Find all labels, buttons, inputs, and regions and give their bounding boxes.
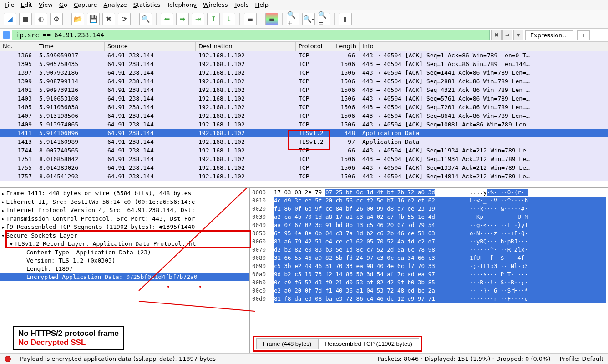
go-forward-icon[interactable]: ➡ bbox=[176, 13, 189, 25]
details-version[interactable]: Version: TLS 1.2 (0x0303) bbox=[0, 257, 249, 265]
packet-row[interactable]: 14015.90973912664.91.238.144192.168.1.10… bbox=[0, 86, 608, 94]
details-ssl[interactable]: Secure Sockets Layer bbox=[0, 232, 249, 240]
hex-row[interactable]: 00d081 f8 da e3 08 ba e3 72 86 c4 46 dc … bbox=[250, 295, 608, 303]
tab-frame-bytes[interactable]: Frame (448 bytes) bbox=[256, 338, 318, 349]
bookmark-icon[interactable] bbox=[3, 31, 10, 39]
capture-restart-icon[interactable]: ◐ bbox=[35, 13, 47, 25]
capture-start-icon[interactable]: ◢ bbox=[4, 13, 16, 25]
resize-columns-icon[interactable]: ⫼ bbox=[339, 13, 352, 25]
col-header-protocol[interactable]: Protocol bbox=[296, 42, 332, 51]
col-header-destination[interactable]: Destination bbox=[196, 42, 296, 51]
status-payload-text: Payload is encrypted application data (s… bbox=[20, 355, 216, 362]
hex-row[interactable]: 0070d2 b2 82 e0 83 b3 5e 1d 8c c7 52 2d … bbox=[250, 246, 608, 254]
auto-scroll-icon[interactable]: ≡ bbox=[244, 13, 257, 25]
packet-row[interactable]: 17448.00774056564.91.238.144192.168.1.10… bbox=[0, 146, 608, 155]
capture-stop-icon[interactable]: ■ bbox=[19, 13, 32, 25]
hex-row[interactable]: 0030a2 ca 4b 70 1d a8 17 a1 c3 a4 02 c7 … bbox=[250, 213, 608, 221]
hex-row[interactable]: 0090c5 3b e2 49 46 31 70 33 ea 98 40 4e … bbox=[250, 262, 608, 270]
menu-analyze[interactable]: Analyze bbox=[104, 1, 127, 8]
menu-file[interactable]: File bbox=[5, 1, 15, 8]
packet-row[interactable]: 17558.01438302664.91.238.144192.168.1.10… bbox=[0, 163, 608, 172]
expression-button[interactable]: Expression… bbox=[525, 30, 573, 40]
packet-list-pane[interactable]: No. Time Source Destination Protocol Len… bbox=[0, 42, 608, 188]
add-filter-button[interactable]: + bbox=[577, 30, 590, 40]
annotation-line1: No HTTPS/2 protocol frame bbox=[18, 329, 119, 338]
details-ip[interactable]: Internet Protocol Version 4, Src: 64.91.… bbox=[0, 206, 249, 215]
go-back-icon[interactable]: ⬅ bbox=[161, 13, 173, 25]
col-header-no[interactable]: No. bbox=[0, 42, 36, 51]
capture-options-icon[interactable]: ⚙ bbox=[50, 13, 63, 25]
hex-row[interactable]: 00506f 95 4e 8e 0b 04 c3 7a 1d b2 c6 2b … bbox=[250, 229, 608, 238]
col-header-length[interactable]: Length bbox=[332, 42, 360, 51]
filter-dropdown-icon[interactable]: ▾ bbox=[513, 30, 523, 40]
packet-row[interactable]: 13665.59905991764.91.238.144192.168.1.10… bbox=[0, 51, 608, 60]
hex-row[interactable]: 00a09d b2 c5 10 73 f2 14 86 50 3d 54 af … bbox=[250, 270, 608, 278]
col-header-info[interactable]: Info bbox=[360, 42, 608, 51]
colorize-icon[interactable]: ≡ bbox=[265, 13, 278, 25]
hex-row[interactable]: 000017 03 03 2e 79 07 25 bf 0c 1d 4f bf … bbox=[250, 188, 608, 197]
hex-row[interactable]: 00b00c c9 f6 52 d3 f9 21 d0 53 af 82 42 … bbox=[250, 278, 608, 287]
zoom-reset-icon[interactable]: 🔍= bbox=[318, 13, 330, 25]
hex-row[interactable]: 0020f1 86 0f 6b 9f cc 84 bf 26 00 99 d8 … bbox=[250, 205, 608, 213]
reload-icon[interactable]: ⟳ bbox=[118, 13, 131, 25]
details-length[interactable]: Length: 11897 bbox=[0, 265, 249, 273]
hex-row[interactable]: 008031 66 55 46 a9 82 5b fd 24 97 c3 0c … bbox=[250, 254, 608, 262]
annotation-text-box: No HTTPS/2 protocol frame No Decrypted S… bbox=[13, 326, 124, 350]
save-file-icon[interactable]: 💾 bbox=[87, 13, 100, 25]
go-last-icon[interactable]: ⤓ bbox=[223, 13, 235, 25]
hex-row[interactable]: 006083 a6 79 42 51 e4 ce c3 62 05 70 52 … bbox=[250, 238, 608, 246]
filter-bar: ✖ ➡ ▾ Expression… + bbox=[0, 29, 608, 42]
tab-reassembled-tcp[interactable]: Reassembled TCP (11902 bytes) bbox=[318, 338, 419, 349]
zoom-out-icon[interactable]: 🔍- bbox=[302, 13, 315, 25]
menu-tools[interactable]: Tools bbox=[234, 1, 248, 8]
packet-row[interactable]: 14115.91410609664.91.238.144192.168.1.10… bbox=[0, 129, 608, 137]
expert-info-icon[interactable] bbox=[5, 356, 11, 362]
packet-row[interactable]: 13995.90879911464.91.238.144192.168.1.10… bbox=[0, 77, 608, 86]
details-frame[interactable]: Frame 1411: 448 bytes on wire (3584 bits… bbox=[0, 189, 249, 198]
menu-capture[interactable]: Capture bbox=[74, 1, 97, 8]
packet-row[interactable]: 14095.91397406564.91.238.144192.168.1.10… bbox=[0, 120, 608, 129]
packet-row[interactable]: 17518.01085804264.91.238.144192.168.1.10… bbox=[0, 155, 608, 163]
menu-view[interactable]: View bbox=[39, 1, 53, 8]
details-tls-record[interactable]: TLSv1.2 Record Layer: Application Data P… bbox=[0, 240, 249, 248]
details-content-type[interactable]: Content Type: Application Data (23) bbox=[0, 248, 249, 257]
close-file-icon[interactable]: ✖ bbox=[102, 13, 115, 25]
menu-help[interactable]: Help bbox=[255, 1, 269, 8]
menubar: File Edit View Go Capture Analyze Statis… bbox=[0, 0, 608, 10]
menu-statistics[interactable]: Statistics bbox=[133, 1, 160, 8]
packet-row[interactable]: 14035.91065310864.91.238.144192.168.1.10… bbox=[0, 94, 608, 103]
menu-go[interactable]: Go bbox=[59, 1, 67, 8]
zoom-in-icon[interactable]: 🔍+ bbox=[287, 13, 299, 25]
col-header-source[interactable]: Source bbox=[105, 42, 196, 51]
menu-telephony[interactable]: Telephony bbox=[167, 1, 197, 8]
display-filter-input[interactable] bbox=[12, 30, 490, 40]
middle-panes: Frame 1411: 448 bytes on wire (3584 bits… bbox=[0, 188, 608, 353]
apply-filter-icon[interactable]: ➡ bbox=[502, 30, 512, 40]
packet-row[interactable]: 14135.91416098964.91.238.144192.168.1.10… bbox=[0, 137, 608, 146]
hex-row[interactable]: 0040aa 07 67 02 3c 91 bd 8b 13 c5 46 20 … bbox=[250, 221, 608, 229]
details-ethernet[interactable]: Ethernet II, Src: BestItWo_56:14:c0 (00:… bbox=[0, 198, 249, 207]
packet-row[interactable]: 14075.91319850664.91.238.144192.168.1.10… bbox=[0, 111, 608, 120]
packet-row[interactable]: 13975.90793218664.91.238.144192.168.1.10… bbox=[0, 68, 608, 77]
find-icon[interactable]: 🔍 bbox=[139, 13, 152, 25]
status-profile[interactable]: Profile: Default bbox=[560, 355, 603, 362]
annotation-line2: No Decrypted SSL bbox=[18, 338, 119, 347]
details-tcp[interactable]: Transmission Control Protocol, Src Port:… bbox=[0, 215, 249, 223]
hex-row[interactable]: 00104c d9 3c ee 5f 20 cb 56 cc f2 5e b7 … bbox=[250, 197, 608, 205]
open-file-icon[interactable]: 📂 bbox=[71, 13, 84, 25]
col-header-time[interactable]: Time bbox=[36, 42, 105, 51]
details-encrypted-data[interactable]: Encrypted Application Data: 0725bf0c1d4f… bbox=[0, 273, 249, 281]
packet-row[interactable]: 14055.91103603864.91.238.144192.168.1.10… bbox=[0, 103, 608, 111]
packet-row[interactable]: 13955.90575843564.91.238.144192.168.1.10… bbox=[0, 60, 608, 68]
menu-edit[interactable]: Edit bbox=[21, 1, 32, 8]
packet-row[interactable]: 17578.01454129364.91.238.144192.168.1.10… bbox=[0, 172, 608, 181]
menu-wireless[interactable]: Wireless bbox=[203, 1, 228, 8]
details-reassembled[interactable]: [9 Reassembled TCP Segments (11902 bytes… bbox=[0, 223, 249, 232]
hex-row[interactable]: 00c0e2 a0 20 0f 7d f1 40 36 a1 04 53 72 … bbox=[250, 287, 608, 295]
packet-list-header: No. Time Source Destination Protocol Len… bbox=[0, 42, 608, 51]
clear-filter-icon[interactable]: ✖ bbox=[491, 30, 502, 40]
go-to-packet-icon[interactable]: ⇥ bbox=[192, 13, 204, 25]
packet-bytes-pane[interactable]: 000017 03 03 2e 79 07 25 bf 0c 1d 4f bf … bbox=[250, 188, 608, 353]
go-first-icon[interactable]: ⤒ bbox=[207, 13, 220, 25]
bytes-pane-tabs: Frame (448 bytes) Reassembled TCP (11902… bbox=[253, 336, 422, 352]
